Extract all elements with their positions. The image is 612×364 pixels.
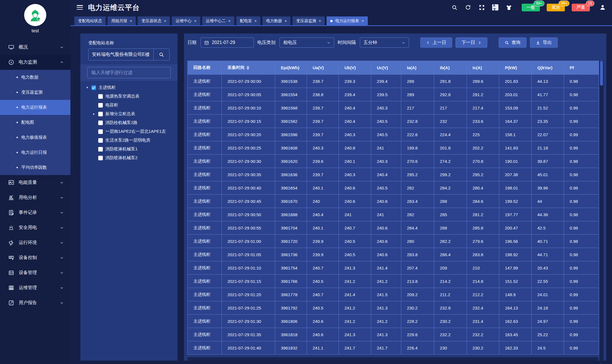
sidebar-item-2[interactable]: 电能质量 (0, 175, 70, 190)
submenu-item-配电图[interactable]: 配电图 (0, 115, 70, 130)
tab-运维中心二[interactable]: 运维中心二× (202, 16, 234, 25)
tab-label: 变配电站状态 (78, 18, 102, 24)
checkbox[interactable] (98, 129, 103, 134)
prev-day-button[interactable]: 上一日 (420, 37, 452, 48)
fullscreen-icon[interactable] (479, 4, 485, 10)
tree-node-地源热泵空调总表[interactable]: 地源热泵空调总表 (85, 92, 175, 101)
interval-select[interactable]: 五分钟 (360, 37, 409, 48)
sort-icon[interactable] (247, 66, 249, 70)
checkbox[interactable] (98, 138, 103, 143)
submenu-item-电力运行日报[interactable]: 电力运行日报 (0, 145, 70, 160)
submenu-item-电力极值报表[interactable]: 电力极值报表 (0, 130, 70, 145)
alarm-urgent-button[interactable]: 紧急99+ (547, 4, 565, 11)
sidebar-item-3[interactable]: 用电分析 (0, 190, 70, 205)
table-cell: 3961654 (275, 181, 307, 195)
sidebar-item-5[interactable]: 安全用电 (0, 220, 70, 235)
table-cell: 0.99 (564, 341, 599, 355)
checkbox[interactable] (98, 112, 103, 116)
translate-icon[interactable]: A文 (492, 4, 498, 10)
tree-node-主进线柜[interactable]: ▾主进线柜 (85, 83, 175, 92)
close-icon[interactable]: × (254, 19, 257, 23)
checkbox[interactable] (98, 94, 103, 99)
submenu-item-变压器监测[interactable]: 变压器监测 (0, 85, 70, 100)
close-icon[interactable]: × (285, 19, 287, 23)
expander-right-icon[interactable]: ▸ (92, 112, 96, 116)
tab-运维中心[interactable]: 运维中心× (172, 16, 200, 25)
tab-电力运行报表[interactable]: 电力运行报表× (327, 16, 367, 25)
alarm-count-badge: 99+ (559, 1, 569, 6)
sidebar-item-6[interactable]: 运行环境 (0, 235, 70, 250)
vertical-scrollbar[interactable] (600, 61, 603, 364)
table-row: 主进线柜2021-07-29 00:103961568239.7240.4240… (188, 101, 599, 115)
tree-node-生活水泵2路一层弱电房[interactable]: 生活水泵2路一层弱电房 (85, 136, 175, 145)
avatar[interactable] (24, 4, 46, 26)
sidebar-item-1[interactable]: 电力监测 (0, 55, 70, 70)
next-day-button[interactable]: 下一日 (456, 37, 487, 48)
tree-node-消防栓机械泵2路[interactable]: 消防栓机械泵2路 (85, 118, 175, 127)
tab-配电室[interactable]: 配电室× (236, 16, 260, 25)
search-icon[interactable] (451, 4, 458, 10)
table-cell: 3961720 (275, 235, 307, 248)
station-input[interactable] (89, 49, 153, 60)
theme-icon[interactable] (506, 4, 512, 10)
submenu-item-电力数据[interactable]: 电力数据 (0, 70, 70, 85)
sidebar-item-9[interactable]: 运维管理 (0, 280, 70, 295)
sidebar-item-4[interactable]: 事件记录 (0, 205, 70, 220)
table-cell: 299.2 (434, 168, 467, 181)
column-header-采集时间[interactable]: 采集时间 (222, 61, 275, 75)
checkbox[interactable] (98, 156, 103, 160)
export-button[interactable]: 导出 (530, 37, 558, 48)
close-icon[interactable]: × (228, 19, 231, 23)
refresh-icon[interactable] (465, 4, 471, 10)
close-icon[interactable]: × (194, 19, 196, 23)
sidebar-item-10[interactable]: 用户报告 (0, 295, 70, 310)
table-cell: 2021-07-29 01:00 (222, 235, 275, 248)
keyword-filter-input[interactable] (87, 67, 171, 78)
hamburger-menu-icon[interactable] (77, 5, 83, 10)
tab-label: 电力数据 (266, 18, 282, 24)
tab-变压器监测[interactable]: 变压器监测× (293, 16, 325, 25)
submenu-item-平均功率因数[interactable]: 平均功率因数 (0, 160, 70, 175)
checkbox[interactable] (91, 85, 96, 90)
table-cell: 230.2 (401, 301, 434, 315)
station-search-button[interactable] (153, 49, 169, 60)
table-cell: 240.3 (371, 155, 401, 168)
sidebar-item-8[interactable]: 设备管理 (0, 265, 70, 280)
close-icon[interactable]: × (319, 19, 321, 23)
table-cell: 151.52 (499, 275, 532, 288)
tab-电力数据[interactable]: 电力数据× (262, 16, 291, 25)
date-picker[interactable]: 2021-07-29 (200, 37, 254, 48)
checkbox[interactable] (98, 121, 103, 125)
close-icon[interactable]: × (164, 19, 166, 23)
table-cell: 241.3 (371, 301, 401, 315)
close-icon[interactable]: × (130, 19, 132, 23)
tab-变压器状态[interactable]: 变压器状态× (138, 16, 170, 25)
checkbox[interactable] (98, 147, 103, 152)
sidebar-item-0[interactable]: 概况 (0, 40, 70, 55)
alarm-general-button[interactable]: 一般99+ (522, 4, 540, 11)
tab-变配电站状态[interactable]: 变配电站状态 (74, 16, 106, 25)
tree-node-一层南1APE2右一层北1APE1左[interactable]: 一层南1APE2右一层北1APE1左 (85, 127, 175, 136)
table-cell: 241.2 (339, 315, 371, 328)
checkbox[interactable] (98, 103, 103, 108)
tree-node-消防喷淋机械泵1[interactable]: 消防喷淋机械泵1 (85, 145, 175, 153)
close-icon[interactable]: × (362, 19, 364, 23)
sidebar-item-7[interactable]: 设备控制 (0, 250, 70, 265)
tree-node-消防喷淋机械泵2[interactable]: 消防喷淋机械泵2 (85, 153, 175, 162)
tab-用能月报[interactable]: 用能月报× (108, 16, 136, 25)
tree-node-电容柜[interactable]: 电容柜 (85, 101, 175, 110)
alarm-critical-button[interactable]: 严重15 (572, 4, 590, 11)
table-cell: 286.4 (434, 248, 467, 261)
tree-node-新增分立柜总表[interactable]: ▸新增分立柜总表 (85, 110, 175, 118)
horizontal-scrollbar[interactable] (187, 357, 598, 361)
expander-down-icon[interactable]: ▾ (85, 86, 89, 89)
query-button[interactable]: 查询 (499, 37, 527, 48)
table-cell: 0.98 (564, 235, 599, 248)
table-cell: 240.1 (339, 155, 371, 168)
table-cell: 241 (339, 208, 371, 221)
voltage-type-select[interactable]: 相电压 (279, 37, 334, 48)
table-row: 主进线柜2021-07-29 00:503961688240.424124128… (188, 208, 599, 221)
scrollbar-thumb[interactable] (600, 61, 603, 86)
user-icon[interactable] (600, 4, 606, 10)
submenu-item-电力运行报表[interactable]: 电力运行报表 (0, 100, 70, 115)
